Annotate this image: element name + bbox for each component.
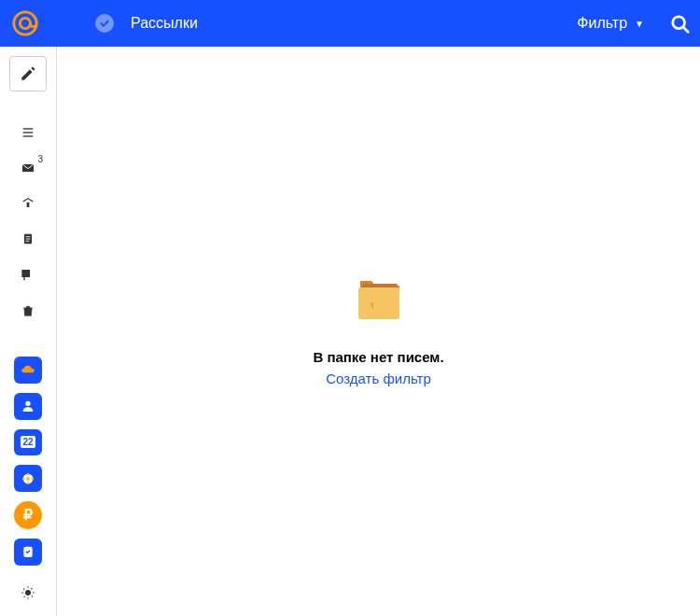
bonus-app[interactable] — [14, 465, 42, 492]
svg-point-17 — [22, 477, 25, 480]
tasks-app[interactable] — [14, 539, 42, 566]
svg-point-14 — [26, 477, 30, 481]
calendar-app[interactable]: 22 — [14, 429, 42, 456]
main-content: В папке нет писем. Создать фильтр — [57, 47, 700, 616]
page-title: Рассылки — [131, 15, 198, 32]
sent-nav[interactable] — [9, 186, 47, 221]
logo-at-icon[interactable] — [11, 9, 39, 37]
drafts-nav[interactable] — [9, 221, 47, 257]
empty-folder-icon — [353, 276, 405, 321]
svg-point-18 — [31, 477, 34, 480]
inbox-badge: 3 — [37, 154, 43, 164]
svg-point-15 — [27, 473, 30, 476]
check-icon[interactable] — [95, 14, 114, 33]
svg-text:₽: ₽ — [23, 507, 33, 523]
svg-point-0 — [14, 12, 36, 35]
chevron-down-icon: ▼ — [635, 19, 644, 29]
settings-button[interactable] — [9, 575, 47, 610]
svg-point-1 — [20, 18, 30, 28]
menu-icon[interactable] — [9, 114, 47, 149]
filter-button[interactable]: Фильтр ▼ — [577, 15, 644, 32]
svg-rect-23 — [358, 287, 399, 319]
contacts-app[interactable] — [14, 393, 42, 420]
inbox-nav[interactable]: 3 — [9, 150, 47, 186]
filter-label: Фильтр — [577, 15, 627, 32]
spam-nav[interactable] — [9, 258, 47, 293]
trash-nav[interactable] — [9, 293, 47, 329]
money-app[interactable]: ₽ — [14, 501, 42, 529]
calendar-day: 22 — [21, 436, 35, 448]
svg-point-16 — [27, 482, 30, 484]
empty-message: В папке нет писем. — [313, 349, 443, 365]
compose-button[interactable] — [9, 56, 47, 91]
cloud-app[interactable] — [14, 357, 42, 384]
search-icon[interactable] — [670, 14, 689, 33]
svg-point-12 — [25, 401, 30, 406]
create-filter-link[interactable]: Создать фильтр — [326, 371, 431, 386]
svg-line-3 — [683, 27, 689, 33]
sidebar: 3 22 ₽ — [0, 47, 57, 616]
header: Рассылки Фильтр ▼ — [0, 0, 700, 47]
